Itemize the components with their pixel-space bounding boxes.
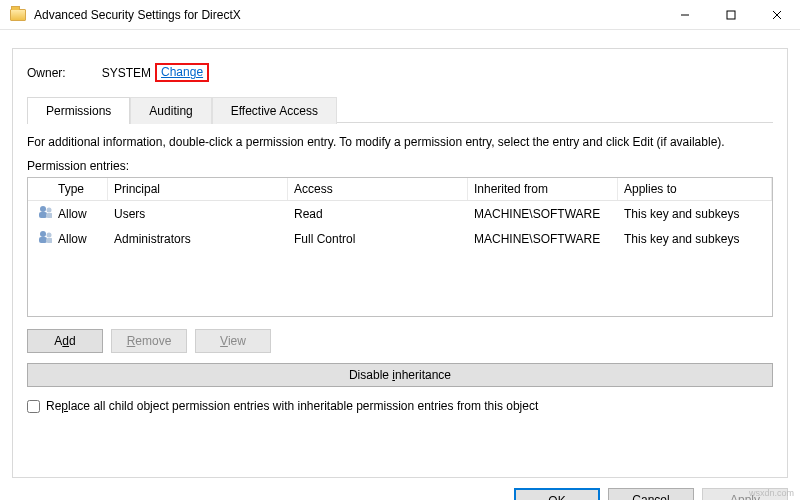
close-button[interactable]	[754, 0, 800, 29]
svg-point-10	[47, 233, 52, 238]
remove-button: Remove	[111, 329, 187, 353]
svg-rect-5	[39, 212, 47, 218]
cell-type: Allow	[52, 204, 108, 224]
minimize-button[interactable]	[662, 0, 708, 29]
replace-children-checkbox[interactable]	[27, 400, 40, 413]
tab-permissions[interactable]: Permissions	[27, 97, 130, 124]
maximize-button[interactable]	[708, 0, 754, 29]
cell-access: Full Control	[288, 229, 468, 249]
col-access[interactable]: Access	[288, 178, 468, 200]
col-applies[interactable]: Applies to	[618, 178, 772, 200]
main-panel: Owner: SYSTEM Change Permissions Auditin…	[12, 48, 788, 478]
col-type[interactable]: Type	[52, 178, 108, 200]
ok-button[interactable]: OK	[514, 488, 600, 500]
cell-type: Allow	[52, 229, 108, 249]
info-text: For additional information, double-click…	[27, 135, 773, 149]
svg-point-8	[40, 231, 46, 237]
tab-effective-access[interactable]: Effective Access	[212, 97, 337, 124]
grid-header: Type Principal Access Inherited from App…	[28, 178, 772, 201]
cell-inherited: MACHINE\SOFTWARE	[468, 229, 618, 249]
watermark: wsxdn.com	[749, 488, 794, 498]
svg-rect-1	[727, 11, 735, 19]
principal-icon	[38, 229, 52, 245]
cell-access: Read	[288, 204, 468, 224]
cancel-button[interactable]: Cancel	[608, 488, 694, 500]
cell-principal: Administrators	[108, 229, 288, 249]
owner-label: Owner:	[27, 66, 66, 80]
col-principal[interactable]: Principal	[108, 178, 288, 200]
svg-point-6	[47, 208, 52, 213]
tab-strip: Permissions Auditing Effective Access	[27, 96, 773, 123]
principal-icon	[38, 204, 52, 220]
cell-applies: This key and subkeys	[618, 229, 772, 249]
cell-inherited: MACHINE\SOFTWARE	[468, 204, 618, 224]
window-title: Advanced Security Settings for DirectX	[34, 8, 662, 22]
tab-auditing[interactable]: Auditing	[130, 97, 211, 124]
permissions-grid[interactable]: Type Principal Access Inherited from App…	[27, 177, 773, 317]
change-highlight: Change	[155, 63, 209, 82]
change-link[interactable]: Change	[161, 65, 203, 79]
svg-point-4	[40, 206, 46, 212]
disable-inheritance-button[interactable]: Disable inheritance	[27, 363, 773, 387]
titlebar: Advanced Security Settings for DirectX	[0, 0, 800, 30]
replace-children-label: Replace all child object permission entr…	[46, 399, 538, 413]
col-inherited[interactable]: Inherited from	[468, 178, 618, 200]
cell-principal: Users	[108, 204, 288, 224]
entries-label: Permission entries:	[27, 159, 773, 173]
add-button[interactable]: Add	[27, 329, 103, 353]
table-row[interactable]: Allow Administrators Full Control MACHIN…	[28, 226, 772, 251]
view-button: View	[195, 329, 271, 353]
owner-value: SYSTEM	[102, 66, 151, 80]
dialog-footer: OK Cancel Apply	[0, 478, 800, 500]
folder-icon	[10, 9, 26, 21]
cell-applies: This key and subkeys	[618, 204, 772, 224]
table-row[interactable]: Allow Users Read MACHINE\SOFTWARE This k…	[28, 201, 772, 226]
owner-row: Owner: SYSTEM Change	[27, 63, 773, 82]
svg-rect-9	[39, 237, 47, 243]
